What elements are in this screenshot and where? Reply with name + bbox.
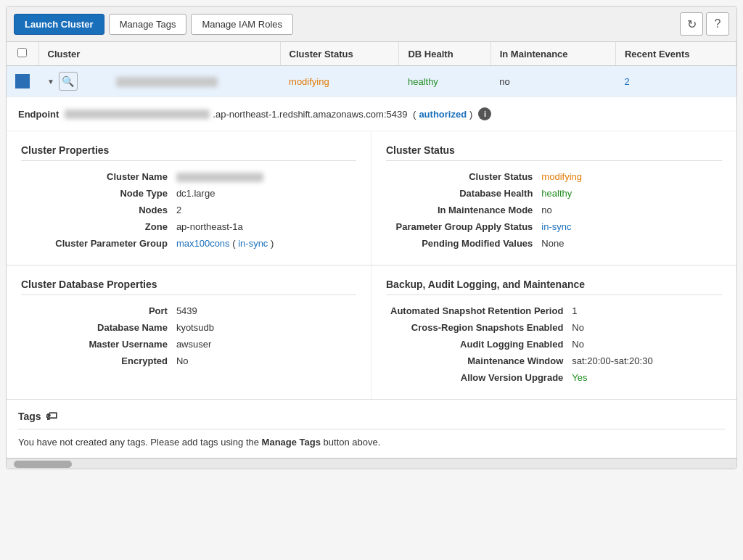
backup-label-cross-region: Cross-Region Snapshots Enabled [386,319,567,336]
prop-row-nodes: Nodes 2 [21,202,356,218]
db-value-master-username: awsuser [172,336,356,353]
cluster-name-value-blurred [176,173,263,182]
scrollbar-thumb[interactable] [14,461,72,468]
endpoint-host-blurred [65,110,210,119]
backup-value-cross-region: No [567,319,722,336]
status-row-cluster-status: Cluster Status modifying [386,168,722,185]
backup-value-retention: 1 [567,302,722,319]
row-selected-indicator [15,74,30,88]
db-value-dbname: kyotsudb [172,319,356,336]
status-label-param-apply: Parameter Group Apply Status [386,218,537,235]
db-label-dbname: Database Name [21,319,172,336]
row-checkbox-cell [7,66,38,97]
status-value-db-health: healthy [537,185,722,202]
backup-label-maintenance-window: Maintenance Window [386,353,567,369]
status-row-pending: Pending Modified Values None [386,235,722,252]
row-dropdown-icon[interactable]: ▼ [47,78,54,86]
tags-section: Tags 🏷 You have not created any tags. Pl… [7,400,736,458]
table-row[interactable]: ▼ 🔍 modifying healthy no 2 [7,66,736,97]
prop-row-node-type: Node Type dc1.large [21,185,356,202]
details-grid-top: Cluster Properties Cluster Name Node Typ… [7,131,736,265]
recent-events-col-header: Recent Events [615,42,736,66]
prop-value-zone: ap-northeast-1a [172,218,356,235]
param-apply-status-value: in-sync [541,221,571,232]
cluster-db-title: Cluster Database Properties [21,279,356,295]
cluster-col-header: Cluster [38,42,280,66]
toolbar: Launch Cluster Manage Tags Manage IAM Ro… [7,7,736,42]
param-group-status: ( in-sync ) [232,238,274,249]
cluster-status-cell: modifying [280,66,399,97]
cluster-properties-panel: Cluster Properties Cluster Name Node Typ… [7,131,372,265]
backup-audit-title: Backup, Audit Logging, and Maintenance [386,279,722,295]
cluster-db-panel: Cluster Database Properties Port 5439 Da… [7,265,372,399]
select-all-header [7,42,38,66]
prop-value-cluster-name [172,168,356,185]
prop-row-param-group: Cluster Parameter Group max100cons ( in-… [21,235,356,252]
status-row-db-health: Database Health healthy [386,185,722,202]
status-value-cluster-status: modifying [537,168,722,185]
status-label-pending: Pending Modified Values [386,235,537,252]
status-value-maintenance: no [537,202,722,218]
endpoint-url-suffix: .ap-northeast-1.redshift.amazonaws.com:5… [213,109,407,120]
backup-value-audit-logging: No [567,336,722,353]
cluster-properties-title: Cluster Properties [21,144,356,161]
cluster-status-value: modifying [289,76,329,87]
refresh-button[interactable]: ↻ [680,12,703,36]
backup-label-version-upgrade: Allow Version Upgrade [386,369,567,386]
backup-value-maintenance-window: sat:20:00-sat:20:30 [567,353,722,369]
tags-heading: Tags [18,411,41,422]
prop-row-cluster-name: Cluster Name [21,168,356,185]
backup-row-retention: Automated Snapshot Retention Period 1 [386,302,722,319]
launch-cluster-button[interactable]: Launch Cluster [14,14,104,35]
cluster-table: Cluster Cluster Status DB Health In Main… [7,42,736,97]
status-value-param-apply: in-sync [537,218,722,235]
tags-icon: 🏷 [46,410,57,423]
status-row-param-apply: Parameter Group Apply Status in-sync [386,218,722,235]
in-maintenance-col-header: In Maintenance [490,42,615,66]
recent-events-cell: 2 [615,66,736,97]
endpoint-section: Endpoint .ap-northeast-1.redshift.amazon… [7,97,736,131]
manage-tags-button[interactable]: Manage Tags [109,14,187,35]
cluster-properties-table: Cluster Name Node Type dc1.large Nodes 2… [21,168,356,252]
toolbar-right-actions: ↻ ? [680,12,729,36]
backup-label-retention: Automated Snapshot Retention Period [386,302,567,319]
endpoint-info-icon[interactable]: i [478,107,491,120]
recent-events-link[interactable]: 2 [624,76,629,87]
endpoint-auth-status: authorized [419,109,467,120]
backup-row-audit-logging: Audit Logging Enabled No [386,336,722,353]
status-value-pending: None [537,235,722,252]
status-label-cluster-status: Cluster Status [386,168,537,185]
endpoint-label: Endpoint [18,109,59,120]
db-row-master-username: Master Username awsuser [21,336,356,353]
db-label-master-username: Master Username [21,336,172,353]
prop-label-nodes: Nodes [21,202,172,218]
db-label-encrypted: Encrypted [21,353,172,369]
scrollbar-area [7,458,736,469]
cluster-status-title: Cluster Status [386,144,722,161]
details-grid-bottom: Cluster Database Properties Port 5439 Da… [7,265,736,400]
tags-empty-text: You have not created any tags. Please ad… [18,437,262,448]
cluster-name-blurred [116,77,218,87]
in-maintenance-cell: no [490,66,615,97]
row-controls: ▼ 🔍 [47,72,99,91]
cluster-status-table: Cluster Status modifying Database Health… [386,168,722,252]
db-row-dbname: Database Name kyotsudb [21,319,356,336]
status-label-maintenance: In Maintenance Mode [386,202,537,218]
status-row-maintenance: In Maintenance Mode no [386,202,722,218]
backup-audit-panel: Backup, Audit Logging, and Maintenance A… [372,265,736,399]
prop-value-nodes: 2 [172,202,356,218]
prop-value-node-type: dc1.large [172,185,356,202]
select-all-checkbox[interactable] [17,48,27,57]
help-button[interactable]: ? [706,12,729,36]
row-search-button[interactable]: 🔍 [59,72,78,91]
param-group-link[interactable]: max100cons [176,238,230,249]
tags-empty-suffix: button above. [321,437,380,448]
db-label-port: Port [21,302,172,319]
cluster-status-col-header: Cluster Status [280,42,399,66]
cluster-db-table: Port 5439 Database Name kyotsudb Master … [21,302,356,369]
manage-iam-roles-button[interactable]: Manage IAM Roles [191,14,293,35]
db-value-encrypted: No [172,353,356,369]
db-health-detail-value: healthy [541,188,572,199]
backup-row-maintenance-window: Maintenance Window sat:20:00-sat:20:30 [386,353,722,369]
db-health-col-header: DB Health [399,42,490,66]
